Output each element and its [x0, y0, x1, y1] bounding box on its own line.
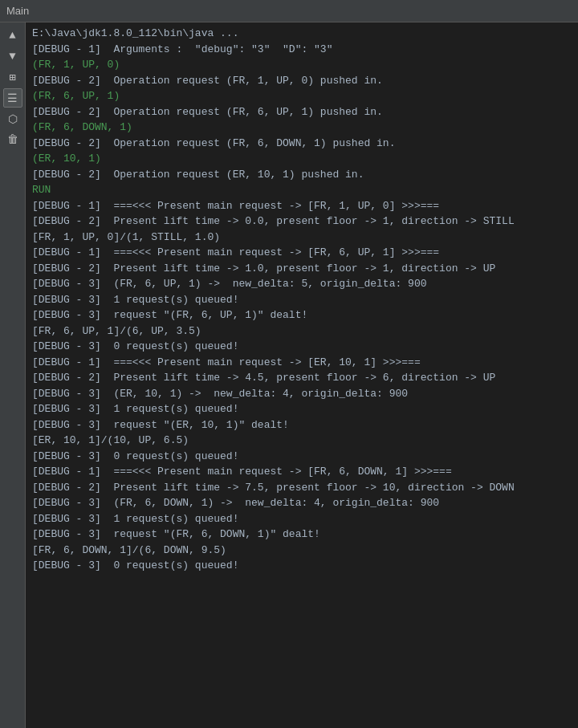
console-line: [DEBUG - 3] 0 request(s) queued!	[26, 449, 578, 465]
console-line: [DEBUG - 2] Present lift time -> 0.0, pr…	[26, 214, 578, 230]
console-line: [DEBUG - 3] 1 request(s) queued!	[26, 511, 578, 527]
down-arrow[interactable]: ▼	[3, 47, 22, 66]
console-line: [DEBUG - 1] ===<<< Present main request …	[26, 355, 578, 371]
console-line: [DEBUG - 1] ===<<< Present main request …	[26, 245, 578, 261]
console-line: [DEBUG - 2] Present lift time -> 4.5, pr…	[26, 370, 578, 386]
title-bar-text: Main	[6, 5, 29, 17]
console-line: (ER, 10, 1)	[26, 151, 578, 167]
console-line: RUN	[26, 182, 578, 198]
console-line: [DEBUG - 2] Present lift time -> 7.5, pr…	[26, 480, 578, 496]
console-line: [DEBUG - 3] 0 request(s) queued!	[26, 558, 578, 574]
console-line: [DEBUG - 2] Present lift time -> 1.0, pr…	[26, 261, 578, 277]
console-line: [DEBUG - 3] 1 request(s) queued!	[26, 292, 578, 308]
console-line: [DEBUG - 3] (FR, 6, DOWN, 1) -> new_delt…	[26, 495, 578, 511]
menu-icon[interactable]: ☰	[3, 88, 22, 108]
console-line: [FR, 1, UP, 0]/(1, STILL, 1.0)	[26, 230, 578, 246]
up-arrow[interactable]: ▲	[3, 26, 22, 45]
sidebar: ▲▼⊞☰⬡🗑	[0, 22, 26, 728]
console-line: [DEBUG - 3] request "(ER, 10, 1)" dealt!	[26, 417, 578, 433]
console-line: E:\Java\jdk1.8.0_112\bin\java ...	[26, 26, 578, 42]
console-line: (FR, 6, DOWN, 1)	[26, 120, 578, 136]
console-line: [DEBUG - 2] Operation request (FR, 6, UP…	[26, 104, 578, 120]
console-line: [DEBUG - 3] 0 request(s) queued!	[26, 339, 578, 355]
console-line: [DEBUG - 3] 1 request(s) queued!	[26, 401, 578, 417]
console-line: [ER, 10, 1]/(10, UP, 6.5)	[26, 433, 578, 449]
console-line: [DEBUG - 2] Operation request (FR, 6, DO…	[26, 136, 578, 152]
console-line: (FR, 6, UP, 1)	[26, 88, 578, 104]
console-line: (FR, 1, UP, 0)	[26, 57, 578, 73]
console-line: [DEBUG - 1] ===<<< Present main request …	[26, 198, 578, 214]
console-line: [DEBUG - 3] (ER, 10, 1) -> new_delta: 4,…	[26, 386, 578, 402]
console-area[interactable]: E:\Java\jdk1.8.0_112\bin\java ...[DEBUG …	[26, 22, 578, 728]
console-line: [DEBUG - 1] ===<<< Present main request …	[26, 464, 578, 480]
title-bar: Main	[0, 0, 578, 22]
console-line: [DEBUG - 2] Operation request (ER, 10, 1…	[26, 167, 578, 183]
trash-icon[interactable]: 🗑	[3, 130, 22, 149]
console-line: [DEBUG - 3] request "(FR, 6, UP, 1)" dea…	[26, 307, 578, 323]
console-line: [DEBUG - 2] Operation request (FR, 1, UP…	[26, 73, 578, 89]
hex-icon[interactable]: ⬡	[3, 109, 22, 128]
main-container: ▲▼⊞☰⬡🗑 E:\Java\jdk1.8.0_112\bin\java ...…	[0, 22, 578, 728]
console-line: [FR, 6, UP, 1]/(6, UP, 3.5)	[26, 323, 578, 340]
layout-icon[interactable]: ⊞	[3, 67, 22, 87]
console-line: [DEBUG - 3] request "(FR, 6, DOWN, 1)" d…	[26, 527, 578, 543]
console-line: [DEBUG - 1] Arguments : "debug": "3" "D"…	[26, 42, 578, 58]
console-line: [DEBUG - 3] (FR, 6, UP, 1) -> new_delta:…	[26, 276, 578, 292]
console-line: [FR, 6, DOWN, 1]/(6, DOWN, 9.5)	[26, 543, 578, 559]
